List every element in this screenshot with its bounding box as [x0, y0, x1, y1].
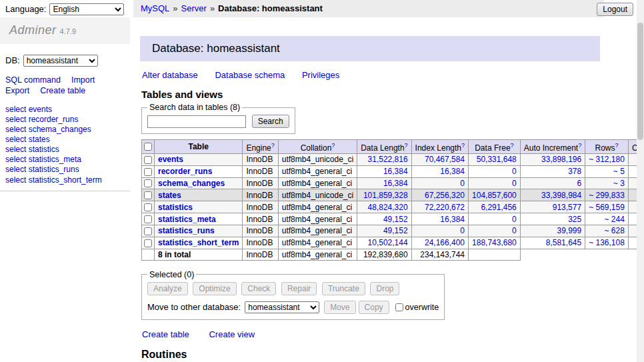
overwrite-checkbox[interactable]: [395, 303, 403, 311]
index-length-link[interactable]: 0: [460, 226, 465, 235]
data-free-link[interactable]: 104,857,600: [472, 191, 517, 200]
table-link[interactable]: recorder_runs: [158, 167, 212, 176]
sidebar-link-sql-command[interactable]: SQL command: [5, 75, 61, 85]
table-link[interactable]: states: [158, 191, 181, 200]
help-icon[interactable]: ?: [271, 142, 275, 149]
sidebar-item-select-recorder-runs[interactable]: select recorder_runs: [5, 115, 130, 124]
sidebar-link-export[interactable]: Export: [5, 86, 29, 95]
help-icon[interactable]: ?: [461, 142, 465, 149]
data-free-link[interactable]: 50,331,648: [477, 155, 517, 164]
search-input[interactable]: [147, 115, 246, 128]
data-length-link[interactable]: 48,824,320: [368, 203, 408, 212]
rows-link[interactable]: ~ 136,108: [589, 238, 625, 247]
help-icon[interactable]: ?: [511, 142, 514, 149]
index-length-link[interactable]: 70,467,584: [425, 155, 465, 164]
row-checkbox[interactable]: [144, 179, 152, 187]
breadcrumb-link-server[interactable]: Server: [181, 3, 207, 13]
select-all-checkbox[interactable]: [144, 143, 152, 151]
create-table-link[interactable]: Create table: [142, 329, 189, 339]
index-length-link[interactable]: 16,384: [440, 215, 465, 224]
sidebar-item-select-schema-changes[interactable]: select schema_changes: [5, 125, 130, 134]
table-link[interactable]: events: [158, 155, 183, 164]
row-checkbox[interactable]: [144, 215, 152, 223]
data-free-link[interactable]: 6,291,456: [481, 203, 516, 212]
optimize-button[interactable]: Optimize: [193, 282, 236, 295]
table-link[interactable]: statistics_runs: [158, 226, 215, 235]
row-checkbox[interactable]: [144, 191, 152, 199]
sidebar-item-select-statistics[interactable]: select statistics: [5, 145, 130, 154]
table-link[interactable]: statistics: [158, 203, 193, 212]
table-link[interactable]: statistics_meta: [158, 215, 216, 224]
data-length-link[interactable]: 49,152: [383, 226, 408, 235]
data-length-link[interactable]: 101,859,328: [363, 191, 408, 200]
rows-link[interactable]: ~ 244: [605, 215, 625, 224]
index-length-link[interactable]: 0: [460, 179, 465, 188]
analyze-button[interactable]: Analyze: [147, 282, 188, 295]
index-length-link[interactable]: 67,256,320: [425, 191, 465, 200]
auto-increment-link[interactable]: 378: [568, 167, 581, 176]
row-checkbox[interactable]: [144, 203, 152, 211]
copy-button[interactable]: Copy: [359, 301, 389, 314]
row-checkbox[interactable]: [144, 168, 152, 176]
sidebar-item-select-statistics-meta[interactable]: select statistics_meta: [5, 155, 130, 164]
auto-increment-link[interactable]: 325: [568, 215, 581, 224]
vertical-scrollbar[interactable]: [637, 0, 644, 362]
auto-increment-link[interactable]: 33,898,196: [541, 155, 581, 164]
auto-increment-link[interactable]: 913,577: [553, 203, 581, 212]
help-icon[interactable]: ?: [615, 142, 619, 149]
data-length-link[interactable]: 31,522,816: [368, 155, 408, 164]
sidebar-item-select-events[interactable]: select events: [5, 105, 130, 114]
index-length-link[interactable]: 24,166,400: [425, 238, 465, 247]
alter-database-link[interactable]: Alter database: [142, 70, 198, 80]
language-select[interactable]: English: [49, 3, 124, 15]
row-checkbox[interactable]: [144, 239, 152, 247]
sidebar-link-import[interactable]: Import: [71, 75, 95, 85]
table-link[interactable]: schema_changes: [158, 179, 225, 188]
help-icon[interactable]: ?: [405, 142, 408, 149]
data-free-link[interactable]: 0: [512, 226, 517, 235]
auto-increment-link[interactable]: 39,999: [557, 226, 581, 235]
help-icon[interactable]: ?: [331, 142, 335, 149]
rows-link[interactable]: ~ 628: [605, 226, 625, 235]
data-length-link[interactable]: 16,384: [383, 179, 408, 188]
rows-link[interactable]: ~ 312,180: [589, 155, 625, 164]
data-free-link[interactable]: 0: [512, 179, 517, 188]
row-checkbox[interactable]: [144, 156, 152, 164]
rows-link[interactable]: ~ 5: [613, 167, 625, 176]
data-free-link[interactable]: 0: [512, 167, 517, 176]
truncate-button[interactable]: Truncate: [322, 282, 365, 295]
move-button[interactable]: Move: [324, 301, 355, 314]
sidebar-link-create-table[interactable]: Create table: [40, 86, 85, 95]
logout-button[interactable]: Logout: [597, 3, 633, 16]
repair-button[interactable]: Repair: [281, 282, 317, 295]
data-free-link[interactable]: 0: [512, 215, 517, 224]
table-link[interactable]: statistics_short_term: [158, 238, 239, 247]
sidebar-item-select-statistics-short-term[interactable]: select statistics_short_term: [5, 175, 130, 185]
check-button[interactable]: Check: [241, 282, 276, 295]
sidebar-item-select-statistics-runs[interactable]: select statistics_runs: [5, 165, 130, 174]
drop-button[interactable]: Drop: [370, 282, 399, 295]
breadcrumb-link-mysql[interactable]: MySQL: [141, 3, 169, 13]
data-length-link[interactable]: 10,502,144: [368, 238, 408, 247]
row-checkbox[interactable]: [144, 227, 152, 235]
data-free-link[interactable]: 188,743,680: [472, 238, 517, 247]
rows-link[interactable]: ~ 3: [613, 179, 625, 188]
search-button[interactable]: Search: [252, 115, 289, 128]
sidebar-item-select-states[interactable]: select states: [5, 135, 130, 144]
data-length-link[interactable]: 49,152: [383, 215, 408, 224]
move-db-select[interactable]: homeassistant: [245, 301, 319, 313]
rows-link[interactable]: ~ 569,159: [589, 203, 625, 212]
help-icon[interactable]: ?: [578, 142, 581, 149]
index-length-link[interactable]: 72,220,672: [425, 203, 465, 212]
db-select[interactable]: homeassistant: [23, 55, 98, 67]
privileges-link[interactable]: Privileges: [302, 70, 339, 80]
scrollbar-thumb[interactable]: [637, 23, 643, 140]
create-view-link[interactable]: Create view: [209, 329, 255, 339]
rows-link[interactable]: ~ 299,833: [589, 191, 625, 200]
auto-increment-link[interactable]: 8,581,645: [546, 238, 581, 247]
auto-increment-link[interactable]: 33,398,984: [541, 191, 581, 200]
database-schema-link[interactable]: Database schema: [215, 70, 285, 80]
data-length-link[interactable]: 16,384: [383, 167, 408, 176]
auto-increment-link[interactable]: 6: [577, 179, 581, 188]
index-length-link[interactable]: 16,384: [440, 167, 465, 176]
